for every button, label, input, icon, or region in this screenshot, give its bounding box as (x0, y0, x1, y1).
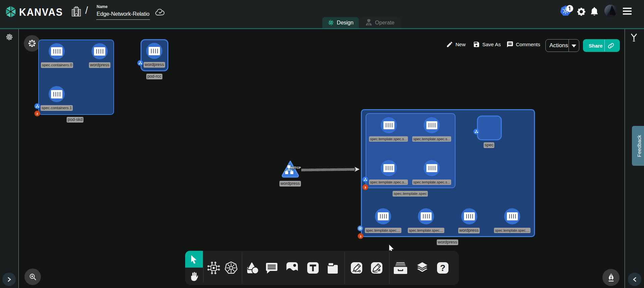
svg-text:?: ? (440, 263, 445, 273)
